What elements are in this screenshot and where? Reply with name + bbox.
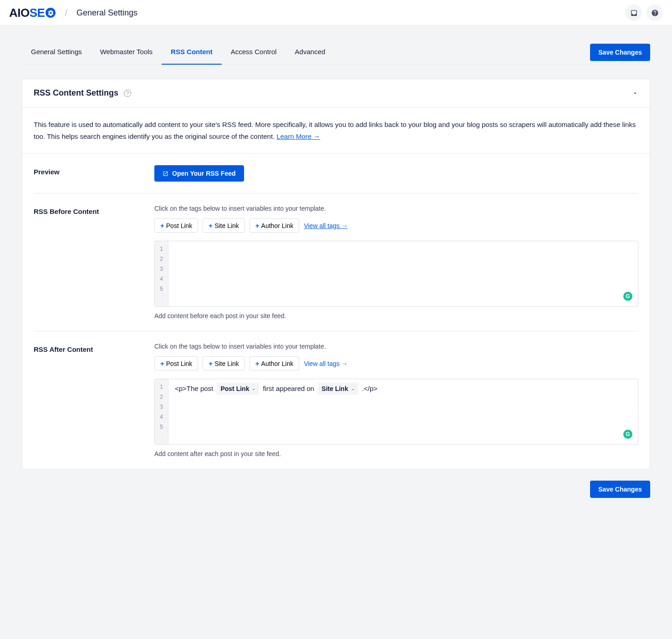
logo-text-right: SE <box>30 6 45 20</box>
card-header[interactable]: RSS Content Settings ? <box>22 79 650 107</box>
after-helper: Add content after each post in your site… <box>154 450 638 457</box>
help-tooltip-icon[interactable]: ? <box>124 90 131 97</box>
external-link-icon <box>163 171 168 177</box>
grammarly-icon: G <box>623 430 632 439</box>
tab-access-control[interactable]: Access Control <box>222 40 286 65</box>
tab-rss-content[interactable]: RSS Content <box>162 40 222 65</box>
logo-gear-icon <box>46 8 56 18</box>
inline-tag-post-link[interactable]: Post Link⌄ <box>217 383 259 395</box>
tab-bar: General Settings Webmaster Tools RSS Con… <box>22 40 650 65</box>
logo-text-left: AIO <box>9 6 30 20</box>
after-hint: Click on the tags below to insert variab… <box>154 343 638 350</box>
grammarly-icon: G <box>623 292 632 301</box>
help-icon-button[interactable] <box>647 5 663 21</box>
card-description: This feature is used to automatically ad… <box>34 119 638 142</box>
after-tag-site-link[interactable]: +Site Link <box>203 356 244 370</box>
save-changes-bottom-button[interactable]: Save Changes <box>590 481 650 498</box>
rss-after-label: RSS After Content <box>34 343 154 457</box>
before-hint: Click on the tags below to insert variab… <box>154 205 638 212</box>
tab-general-settings[interactable]: General Settings <box>22 40 91 65</box>
breadcrumb-separator: / <box>65 8 67 18</box>
before-helper: Add content before each post in your sit… <box>154 312 638 320</box>
chevron-down-icon: ⌄ <box>252 384 255 394</box>
before-content-editor[interactable]: 12345 G <box>154 241 638 307</box>
after-content-editor[interactable]: 12345 <p>The post Post Link⌄ first appea… <box>154 379 638 445</box>
after-tag-author-link[interactable]: +Author Link <box>249 356 300 370</box>
inline-tag-site-link[interactable]: Site Link⌄ <box>318 383 358 395</box>
save-changes-top-button[interactable]: Save Changes <box>590 44 650 61</box>
rss-settings-card: RSS Content Settings ? This feature is u… <box>22 79 650 469</box>
inbox-icon-button[interactable] <box>626 5 642 21</box>
open-rss-feed-button[interactable]: Open Your RSS Feed <box>154 165 244 182</box>
tab-webmaster-tools[interactable]: Webmaster Tools <box>91 40 162 65</box>
card-title: RSS Content Settings <box>34 88 118 98</box>
before-view-all-tags-link[interactable]: View all tags → <box>304 222 347 229</box>
rss-before-label: RSS Before Content <box>34 205 154 320</box>
preview-label: Preview <box>34 165 154 182</box>
learn-more-link[interactable]: Learn More → <box>276 132 320 140</box>
after-tag-post-link[interactable]: +Post Link <box>154 356 198 370</box>
chevron-down-icon <box>632 90 638 96</box>
before-tag-post-link[interactable]: +Post Link <box>154 218 198 233</box>
page-title: General Settings <box>76 8 137 18</box>
chevron-down-icon: ⌄ <box>351 384 355 394</box>
line-gutter: 12345 <box>155 241 168 306</box>
tab-advanced[interactable]: Advanced <box>286 40 335 65</box>
logo: AIOSE <box>9 6 56 20</box>
line-gutter: 12345 <box>155 379 168 444</box>
before-tag-author-link[interactable]: +Author Link <box>249 218 300 233</box>
before-tag-site-link[interactable]: +Site Link <box>203 218 244 233</box>
after-view-all-tags-link[interactable]: View all tags → <box>304 360 347 367</box>
